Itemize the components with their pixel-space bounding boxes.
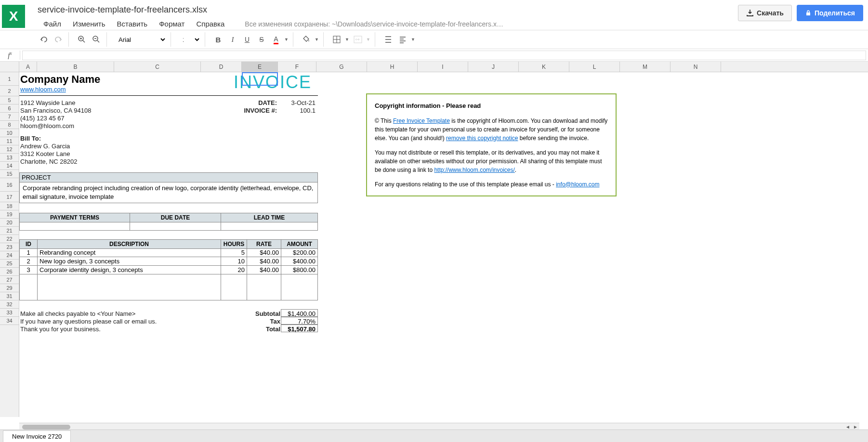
menu-format[interactable]: Формат <box>153 18 190 30</box>
col-header-M[interactable]: M <box>620 62 671 72</box>
bill-name[interactable]: Andrew G. Garcia <box>20 143 70 150</box>
col-header-A[interactable]: A <box>19 62 37 72</box>
col-header-I[interactable]: I <box>418 62 468 72</box>
due-date-hdr[interactable]: DUE DATE <box>130 213 221 222</box>
row-header-32[interactable]: 32 <box>0 300 19 309</box>
col-hours[interactable]: HOURS <box>221 239 247 249</box>
item-2-col-2[interactable]: 20 <box>221 266 247 274</box>
share-button[interactable]: Поделиться <box>797 5 863 21</box>
document-title[interactable]: service-invoice-template-for-freelancers… <box>30 3 738 18</box>
id-blank[interactable] <box>19 274 38 300</box>
addr-line2[interactable]: San Francisco, CA 94108 <box>20 107 91 114</box>
row-header-24[interactable]: 24 <box>0 251 19 260</box>
item-0-col-3[interactable]: $40.00 <box>247 248 281 257</box>
email[interactable]: hloom@hloom.com <box>20 122 74 130</box>
borders-button[interactable] <box>330 33 343 46</box>
menu-edit[interactable]: Изменить <box>67 18 111 30</box>
row-header-7[interactable]: 7 <box>0 113 19 121</box>
item-1-col-3[interactable]: $40.00 <box>247 257 281 266</box>
text-color-button[interactable]: A <box>270 33 282 46</box>
row-header-6[interactable]: 6 <box>0 104 19 113</box>
tax-val[interactable]: 7.70% <box>281 317 318 325</box>
row-header-19[interactable]: 19 <box>0 210 19 219</box>
row-header-18[interactable]: 18 <box>0 202 19 210</box>
project-desc[interactable]: Corporate rebranding project including c… <box>19 182 318 203</box>
row-header-10[interactable]: 10 <box>0 129 19 137</box>
subtotal-val[interactable]: $1,400.00 <box>281 309 318 317</box>
col-rate[interactable]: RATE <box>247 239 281 249</box>
halign-dropdown[interactable]: ▼ <box>411 37 416 42</box>
invno-label[interactable]: INVOICE #: <box>241 107 277 114</box>
grid-area[interactable]: ABCDEFGHIJKLMN Company Name www.hloom.co… <box>19 62 868 417</box>
strike-button[interactable]: S <box>255 33 268 46</box>
menu-file[interactable]: Файл <box>38 18 67 30</box>
row-header-14[interactable]: 14 <box>0 162 19 170</box>
row-header-11[interactable]: 11 <box>0 137 19 145</box>
item-2-col-1[interactable]: Corporate identity design, 3 concepts <box>37 266 221 274</box>
date-label[interactable]: DATE: <box>241 99 277 106</box>
desc-blank[interactable] <box>37 274 221 300</box>
row-header-27[interactable]: 27 <box>0 276 19 284</box>
total-val[interactable]: $1,507.80 <box>281 325 318 332</box>
bill-addr[interactable]: 3312 Kooter Lane <box>20 150 70 157</box>
col-desc[interactable]: DESCRIPTION <box>37 239 221 249</box>
addr-line1[interactable]: 1912 Wayside Lane <box>20 99 75 106</box>
merge-dropdown[interactable]: ▼ <box>366 37 371 42</box>
item-2-col-4[interactable]: $800.00 <box>281 266 318 274</box>
fill-color-button[interactable] <box>300 33 313 46</box>
row-header-31[interactable]: 31 <box>0 292 19 300</box>
footer3[interactable]: Thank you for your business. <box>20 325 101 333</box>
item-0-col-0[interactable]: 1 <box>19 248 38 257</box>
font-select[interactable]: Arial <box>114 35 167 45</box>
undo-button[interactable] <box>38 33 50 46</box>
bill-city[interactable]: Charlotte, NC 28202 <box>20 158 78 165</box>
date-value[interactable]: 3-Oct-21 <box>279 99 316 106</box>
merge-button[interactable] <box>352 33 364 46</box>
payment-terms-val[interactable] <box>19 222 130 231</box>
select-all-corner[interactable] <box>0 62 19 72</box>
payment-terms-hdr[interactable]: PAYMENT TERMS <box>19 213 130 222</box>
col-header-D[interactable]: D <box>201 62 242 72</box>
row-header-8[interactable]: 8 <box>0 121 19 129</box>
due-date-val[interactable] <box>130 222 221 231</box>
item-1-col-0[interactable]: 2 <box>19 257 38 266</box>
lead-time-hdr[interactable]: LEAD TIME <box>221 213 318 222</box>
zoom-in-button[interactable] <box>76 33 88 46</box>
row-header-22[interactable]: 22 <box>0 235 19 243</box>
col-header-C[interactable]: C <box>114 62 201 72</box>
borders-dropdown[interactable]: ▼ <box>345 37 350 42</box>
row-header-1[interactable]: 1 <box>0 72 19 86</box>
col-header-L[interactable]: L <box>569 62 620 72</box>
valign-button[interactable] <box>382 33 395 46</box>
link-remove-notice[interactable]: remove this copyright notice <box>446 135 518 142</box>
company-url[interactable]: www.hloom.com <box>20 86 66 93</box>
link-free-template[interactable]: Free Invoice Template <box>393 117 450 124</box>
row-header-21[interactable]: 21 <box>0 227 19 235</box>
col-header-J[interactable]: J <box>468 62 519 72</box>
row-header-33[interactable]: 33 <box>0 309 19 317</box>
col-id[interactable]: ID <box>19 239 38 249</box>
item-2-col-3[interactable]: $40.00 <box>247 266 281 274</box>
col-header-F[interactable]: F <box>278 62 316 72</box>
row-header-17[interactable]: 17 <box>0 192 19 202</box>
hours-blank[interactable] <box>221 274 247 300</box>
item-0-col-2[interactable]: 5 <box>221 248 247 257</box>
row-header-25[interactable]: 25 <box>0 260 19 268</box>
col-header-B[interactable]: B <box>37 62 114 72</box>
underline-button[interactable]: U <box>241 33 253 46</box>
company-name[interactable]: Company Name <box>20 73 100 86</box>
billto-label[interactable]: Bill To: <box>20 135 41 142</box>
col-header-N[interactable]: N <box>671 62 721 72</box>
row-header-15[interactable]: 15 <box>0 170 19 178</box>
menu-help[interactable]: Справка <box>190 18 230 30</box>
tax-lbl[interactable]: Tax <box>246 318 280 325</box>
fill-color-dropdown[interactable]: ▼ <box>315 37 319 42</box>
download-button[interactable]: Скачать <box>738 5 792 21</box>
project-header[interactable]: PROJECT <box>19 172 318 182</box>
row-header-20[interactable]: 20 <box>0 219 19 227</box>
phone[interactable]: (415) 123 45 67 <box>20 115 65 122</box>
footer2[interactable]: If you have any questions please call or… <box>20 318 157 325</box>
invoice-title[interactable]: INVOICE <box>234 72 312 92</box>
bold-button[interactable]: B <box>212 33 224 46</box>
row-header-34[interactable]: 34 <box>0 317 19 325</box>
